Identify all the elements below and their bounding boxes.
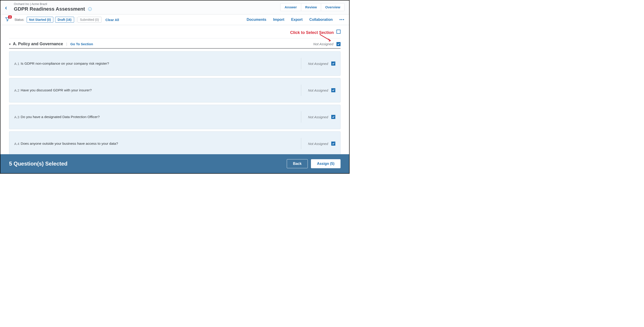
question-checkbox[interactable] <box>331 115 335 119</box>
question-row[interactable]: A.4Does anyone outside your business hav… <box>9 131 340 156</box>
right-links: Documents Import Export Collaboration ••… <box>247 18 345 22</box>
question-text: Do you have a designated Data Protection… <box>21 115 100 119</box>
chip-draft[interactable]: Draft (16) <box>55 17 74 23</box>
chip-submitted[interactable]: Submitted (0) <box>78 17 102 23</box>
filter-bar: 4 Status: Not Started (0) Draft (16) Sub… <box>0 15 349 25</box>
question-text: Have you discussed GDPR with your insure… <box>21 88 92 92</box>
question-number: A.3 <box>14 115 20 119</box>
chevron-down-icon[interactable]: ▾ <box>9 42 10 46</box>
tab-overview[interactable]: Overview <box>321 4 344 11</box>
header-tabs: Answer Review Overview <box>280 3 344 11</box>
assign-button[interactable]: Assign (5) <box>311 159 340 168</box>
top-row: Click to Select Section <box>9 30 340 39</box>
section-checkbox[interactable] <box>336 42 340 46</box>
goto-section-link[interactable]: Go To Section <box>70 42 93 46</box>
divider <box>301 138 301 149</box>
back-arrow-icon[interactable]: ‹ <box>5 5 7 11</box>
question-checkbox[interactable] <box>331 88 335 92</box>
divider <box>301 85 301 96</box>
question-assigned-label: Not Assigned <box>308 62 328 66</box>
link-collaboration[interactable]: Collaboration <box>309 18 332 22</box>
question-text: Is GDPR non-compliance on your company r… <box>21 62 109 66</box>
question-assigned-label: Not Assigned <box>308 88 328 92</box>
page-title: GDPR Readiness Assessment <box>14 6 85 12</box>
footer-bar: 5 Question(s) Selected Back Assign (5) <box>0 154 349 173</box>
info-icon[interactable]: i <box>88 7 92 11</box>
filter-icon[interactable]: 4 <box>5 17 10 23</box>
question-text: Does anyone outside your business have a… <box>21 142 118 146</box>
question-assigned-label: Not Assigned <box>308 142 328 146</box>
tab-review[interactable]: Review <box>301 4 321 11</box>
question-row[interactable]: A.2Have you discussed GDPR with your ins… <box>9 78 340 102</box>
selection-count: 5 Question(s) Selected <box>9 161 68 167</box>
link-import[interactable]: Import <box>273 18 284 22</box>
question-number: A.4 <box>14 142 20 146</box>
separator: | <box>66 42 67 46</box>
header: ‹ Orchard Inc | Acme Brazil GDPR Readine… <box>0 1 349 15</box>
title-group: Orchard Inc | Acme Brazil GDPR Readiness… <box>14 2 280 12</box>
question-row[interactable]: A.1Is GDPR non-compliance on your compan… <box>9 51 340 76</box>
annotation-callout: Click to Select Section <box>290 30 334 35</box>
status-label: Status: <box>14 18 24 22</box>
question-row[interactable]: A.3Do you have a designated Data Protect… <box>9 105 340 129</box>
divider <box>76 17 76 23</box>
tab-answer[interactable]: Answer <box>280 4 301 11</box>
clear-all-link[interactable]: Clear All <box>106 18 119 22</box>
link-export[interactable]: Export <box>291 18 302 22</box>
content: Click to Select Section ▾ A. Policy and … <box>0 25 349 159</box>
question-number: A.1 <box>14 62 20 66</box>
filter-badge: 4 <box>8 15 12 19</box>
section-title: A. Policy and Governance <box>13 42 63 46</box>
section-header: ▾ A. Policy and Governance | Go To Secti… <box>9 39 340 49</box>
question-assigned-label: Not Assigned <box>308 115 328 119</box>
link-documents[interactable]: Documents <box>247 18 266 22</box>
divider <box>301 58 301 69</box>
chip-not-started[interactable]: Not Started (0) <box>27 17 53 23</box>
select-all-checkbox[interactable] <box>336 30 340 34</box>
divider <box>301 111 301 123</box>
question-checkbox[interactable] <box>331 62 335 66</box>
breadcrumb: Orchard Inc | Acme Brazil <box>14 2 280 6</box>
question-number: A.2 <box>14 88 20 92</box>
back-button[interactable]: Back <box>287 159 308 168</box>
arrow-icon <box>319 34 333 43</box>
question-checkbox[interactable] <box>331 142 335 146</box>
